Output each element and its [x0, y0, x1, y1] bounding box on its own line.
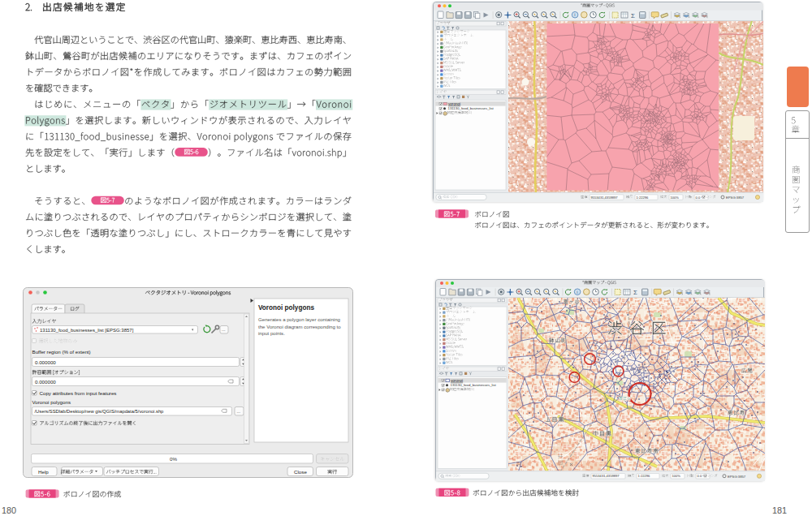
svg-text:131130_food_businesses_list: 131130_food_businesses_list: [448, 106, 495, 110]
svg-text:EPSG:3857: EPSG:3857: [728, 475, 746, 479]
svg-text:i: i: [574, 12, 575, 17]
svg-text:voronoi: voronoi: [448, 102, 460, 106]
svg-text:0.0 °: 0.0 °: [698, 474, 705, 478]
svg-text:0%: 0%: [170, 456, 177, 462]
svg-text:i: i: [577, 290, 577, 295]
svg-text:Σ: Σ: [631, 12, 635, 19]
svg-text:9553431,4359897: 9553431,4359897: [591, 196, 619, 200]
svg-text:Help: Help: [38, 469, 49, 475]
svg-text:Voronoi polygons: Voronoi polygons: [258, 304, 314, 312]
svg-text:131130_food_businesses_list: 131130_food_businesses_list: [451, 383, 497, 387]
svg-text:Generates a polygon layer cont: Generates a polygon layer containing: [258, 316, 340, 322]
svg-text:Copy attributes from input fea: Copy attributes from input features: [40, 390, 117, 396]
svg-text:0.000000: 0.000000: [35, 379, 56, 385]
svg-text:Buffer region (% of extent): Buffer region (% of extent): [32, 349, 91, 355]
svg-text:0.0 °: 0.0 °: [696, 196, 703, 200]
svg-text:Close: Close: [294, 469, 307, 475]
svg-text:100%: 100%: [671, 196, 680, 200]
svg-text:/Users/SSDlab/Desktop/new gis/: /Users/SSDlab/Desktop/new gis/QGIS/mapda…: [35, 409, 164, 414]
svg-text:1:22296: 1:22296: [637, 196, 650, 200]
svg-text:EPSG:3857: EPSG:3857: [726, 196, 745, 200]
svg-text:100%: 100%: [672, 474, 681, 478]
svg-text:131130_food_businesses_list [E: 131130_food_businesses_list [EPSG:3857]: [40, 328, 134, 333]
svg-text:input points.: input points.: [258, 330, 285, 336]
svg-text:voronoi: voronoi: [451, 379, 463, 383]
svg-text:the Voronoi diagram correspond: the Voronoi diagram corresponding to: [258, 324, 341, 329]
svg-text:1:22296: 1:22296: [638, 474, 651, 478]
svg-text:Σ: Σ: [633, 289, 637, 296]
svg-text:...: ...: [237, 409, 241, 414]
svg-text:...: ...: [222, 327, 226, 332]
svg-text:Voronoi polygons: Voronoi polygons: [32, 399, 71, 405]
svg-text:9553431,4359897: 9553431,4359897: [593, 474, 620, 478]
svg-text:0.000000: 0.000000: [35, 359, 56, 365]
